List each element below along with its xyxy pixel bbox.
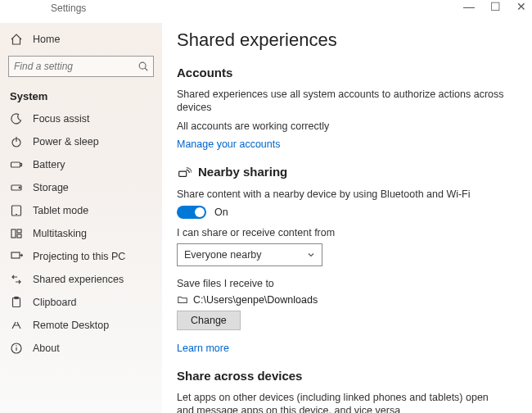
sidebar-section-heading: System (0, 82, 162, 107)
sidebar-item-focus-assist[interactable]: Focus assist (0, 107, 162, 130)
sidebar-item-tablet-mode[interactable]: Tablet mode (0, 199, 162, 222)
sidebar-item-label: Focus assist (33, 113, 89, 125)
svg-rect-4 (11, 162, 20, 167)
nearby-desc: Share content with a nearby device by us… (177, 188, 504, 201)
window-controls: — ☐ ✕ (463, 0, 527, 13)
clipboard-icon (10, 296, 23, 309)
accounts-section: Accounts Shared experiences use all syst… (177, 66, 517, 150)
across-heading: Share across devices (177, 369, 517, 383)
shared-icon (10, 273, 23, 286)
remote-icon (10, 319, 23, 332)
multitasking-icon (10, 227, 23, 240)
sidebar-item-label: Remote Desktop (33, 320, 109, 331)
close-button[interactable]: ✕ (516, 0, 527, 13)
svg-rect-13 (11, 252, 20, 258)
maximize-button[interactable]: ☐ (489, 0, 501, 13)
svg-point-7 (19, 187, 20, 188)
home-icon (10, 33, 23, 46)
sidebar-item-label: Shared experiences (33, 274, 124, 285)
power-icon (10, 135, 23, 148)
save-path: C:\Users\genpe\Downloads (193, 294, 318, 306)
svg-point-19 (16, 345, 16, 346)
sidebar-item-label: Power & sleep (33, 136, 99, 148)
sidebar-item-label: Multitasking (33, 228, 87, 239)
sidebar-item-label: Tablet mode (33, 205, 88, 216)
sidebar-item-remote-desktop[interactable]: Remote Desktop (0, 314, 162, 337)
sidebar-item-label: Battery (33, 159, 65, 170)
chevron-down-icon (307, 251, 315, 259)
svg-rect-10 (11, 229, 16, 238)
svg-rect-15 (13, 298, 20, 307)
across-section: Share across devices Let apps on other d… (177, 369, 517, 413)
accounts-desc: Shared experiences use all system accoun… (177, 88, 504, 115)
svg-rect-12 (17, 234, 21, 238)
sidebar-item-power-sleep[interactable]: Power & sleep (0, 130, 162, 153)
svg-rect-20 (179, 171, 187, 176)
svg-rect-5 (20, 164, 22, 166)
storage-icon (10, 181, 23, 194)
svg-rect-11 (17, 229, 21, 233)
accounts-status: All accounts are working correctly (177, 120, 504, 133)
sidebar-item-storage[interactable]: Storage (0, 176, 162, 199)
info-icon (10, 342, 23, 355)
sidebar-item-multitasking[interactable]: Multitasking (0, 222, 162, 245)
save-caption: Save files I receive to (177, 278, 517, 289)
titlebar: Settings — ☐ ✕ (0, 0, 532, 23)
svg-point-0 (139, 62, 146, 69)
nearby-heading-row: Nearby sharing (177, 165, 517, 179)
app-title: Settings (51, 2, 86, 14)
nearby-section: Nearby sharing Share content with a near… (177, 165, 517, 354)
sidebar: Home System Focus assist Power & sleep B… (0, 23, 162, 413)
nearby-sharing-icon (177, 165, 192, 179)
svg-line-1 (145, 68, 147, 70)
sidebar-item-label: Projecting to this PC (33, 251, 125, 262)
sidebar-item-shared-experiences[interactable]: Shared experiences (0, 268, 162, 291)
search-icon (138, 61, 149, 72)
manage-accounts-link[interactable]: Manage your accounts (177, 138, 280, 150)
sidebar-home-label: Home (33, 34, 60, 45)
sidebar-item-label: About (33, 343, 60, 354)
nearby-toggle-label: On (214, 206, 228, 218)
sidebar-item-battery[interactable]: Battery (0, 153, 162, 176)
moon-icon (10, 112, 23, 125)
across-desc: Let apps on other devices (including lin… (177, 391, 504, 413)
change-button[interactable]: Change (177, 311, 241, 330)
sidebar-item-about[interactable]: About (0, 337, 162, 360)
search-input[interactable] (14, 61, 138, 72)
page-title: Shared experiences (177, 30, 517, 51)
sidebar-item-projecting[interactable]: Projecting to this PC (0, 245, 162, 268)
minimize-button[interactable]: — (463, 0, 475, 13)
share-caption: I can share or receive content from (177, 227, 517, 238)
search-box[interactable] (8, 56, 154, 77)
folder-icon (177, 294, 188, 306)
sidebar-home[interactable]: Home (0, 28, 162, 51)
sidebar-item-clipboard[interactable]: Clipboard (0, 291, 162, 314)
nearby-heading: Nearby sharing (198, 165, 287, 179)
battery-icon (10, 158, 23, 171)
content: Shared experiences Accounts Shared exper… (162, 23, 532, 413)
share-scope-dropdown[interactable]: Everyone nearby (177, 243, 322, 266)
save-path-row: C:\Users\genpe\Downloads (177, 294, 517, 306)
learn-more-link[interactable]: Learn more (177, 343, 229, 354)
tablet-icon (10, 204, 23, 217)
sidebar-item-label: Clipboard (33, 297, 77, 308)
accounts-heading: Accounts (177, 66, 517, 79)
projecting-icon (10, 250, 23, 263)
dropdown-value: Everyone nearby (184, 249, 262, 261)
nearby-toggle[interactable] (177, 206, 206, 219)
sidebar-item-label: Storage (33, 182, 69, 193)
